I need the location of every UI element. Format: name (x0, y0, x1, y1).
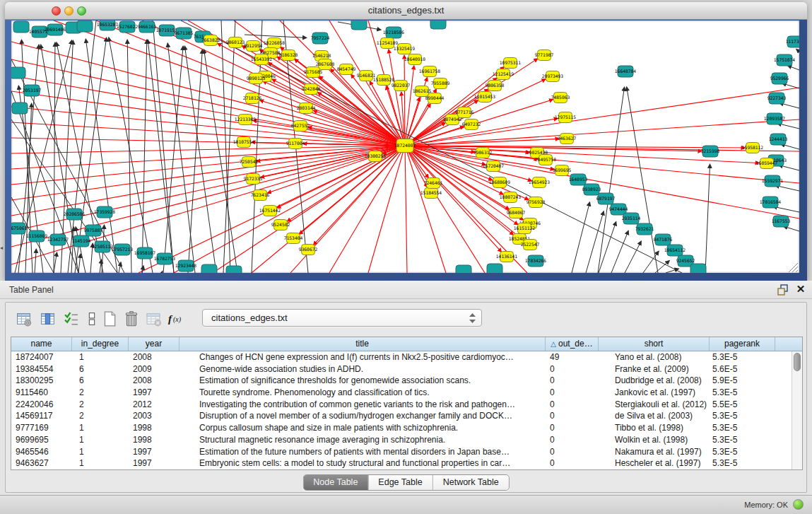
network-node[interactable]: 8990444 (425, 93, 445, 104)
network-node[interactable]: 15592971 (762, 175, 784, 187)
column-header-out_de[interactable]: △out_de… (546, 337, 599, 351)
network-node[interactable]: 18807243 (500, 192, 522, 203)
network-node[interactable]: 18226058 (264, 38, 286, 49)
column-header-name[interactable]: name (11, 337, 72, 351)
network-node[interactable]: 16648784 (615, 66, 637, 77)
table-row[interactable]: 946362711997Embryonic stem cells: a mode… (11, 457, 792, 469)
table-row[interactable]: 1872400712008Changes of HCN gene express… (11, 351, 792, 363)
network-node[interactable]: 8938923 (582, 184, 601, 195)
tab-edge-table[interactable]: Edge Table (367, 475, 432, 490)
network-node[interactable]: 18107554 (233, 137, 255, 148)
network-node[interactable]: 9117004 (286, 139, 305, 149)
network-node[interactable]: 6497232 (462, 119, 481, 130)
network-node[interactable]: 9524502 (271, 220, 290, 230)
network-node[interactable]: 12125419 (493, 69, 514, 80)
tab-network-table[interactable]: Network Table (433, 475, 509, 490)
network-node[interactable]: 11156869 (26, 230, 48, 242)
network-table-select[interactable]: citations_edges.txt (202, 309, 482, 327)
network-node[interactable]: 9771987 (535, 50, 554, 61)
table-row[interactable]: 2242004622012Investigating the contribut… (11, 399, 792, 411)
network-node[interactable]: 18640910 (404, 54, 426, 65)
network-node[interactable]: 7957224 (311, 33, 330, 44)
network-node[interactable]: 12093587 (764, 113, 786, 124)
memory-status-indicator[interactable] (793, 499, 804, 510)
scrollbar-thumb[interactable] (794, 353, 801, 371)
network-node[interactable]: 1640953 (569, 174, 588, 185)
table-row[interactable]: 1830029562008Estimation of significance … (11, 375, 792, 387)
network-node[interactable]: 16961758 (419, 66, 441, 77)
network-node[interactable]: 7153404 (284, 233, 303, 244)
network-node[interactable] (201, 264, 217, 273)
network-node[interactable]: 9242848 (302, 84, 321, 95)
network-node[interactable]: 15276022 (117, 21, 139, 33)
network-node[interactable] (13, 21, 29, 33)
network-node[interactable]: 20206506 (64, 209, 86, 220)
column-header-year[interactable]: year (129, 337, 180, 351)
table-row[interactable]: 946554611997Estimation of the future num… (11, 446, 792, 458)
network-node[interactable]: 1117384 (786, 36, 799, 47)
network-node[interactable]: 7485063 (551, 93, 570, 103)
network-graph[interactable]: 1405571720691406106532871527602294661611… (11, 21, 799, 273)
row-height-icon[interactable] (82, 309, 102, 329)
network-node[interactable]: 2053197 (23, 85, 42, 96)
network-node[interactable]: 12505113 (92, 241, 114, 252)
network-node[interactable]: 20973493 (542, 71, 564, 82)
network-node[interactable]: 8186328 (279, 50, 298, 61)
network-node[interactable]: 19654923 (529, 177, 551, 188)
network-node[interactable] (226, 266, 242, 273)
network-window-titlebar[interactable]: citations_edges.txt (5, 2, 807, 20)
table-vertical-scrollbar[interactable] (792, 351, 802, 469)
network-node[interactable]: 9466161 (138, 21, 157, 33)
create-column-icon[interactable] (100, 309, 119, 329)
network-node[interactable]: 14136141 (496, 252, 518, 262)
network-node[interactable]: 12342757 (47, 234, 69, 245)
table-row[interactable]: 911546021997Tourette syndrome. Phenomeno… (11, 387, 792, 399)
network-node[interactable]: 9227343 (767, 93, 787, 104)
resize-handle-icon[interactable] (789, 263, 798, 272)
column-header-short[interactable]: short (599, 337, 710, 351)
table-mode-icon[interactable] (14, 309, 34, 329)
table-row[interactable]: 1938455462009Genome-wide association stu… (11, 363, 792, 375)
network-node[interactable]: 9822037 (392, 81, 411, 91)
network-node[interactable]: 8454749 (337, 64, 356, 75)
network-node[interactable]: 6879197 (596, 193, 616, 204)
network-node[interactable]: 1167553 (772, 216, 791, 227)
function-builder-icon[interactable]: f(x) (167, 309, 187, 329)
delete-column-icon[interactable] (122, 309, 141, 329)
network-node[interactable]: 12923448 (175, 260, 197, 271)
network-node[interactable]: 2803144 (297, 103, 316, 114)
network-node[interactable]: 17957213 (112, 244, 134, 255)
network-node[interactable]: 9671385 (175, 28, 194, 39)
table-row[interactable]: 969969511998Structural magnetic resonanc… (11, 434, 792, 446)
select-rows-icon[interactable] (61, 309, 81, 329)
network-node[interactable]: 9529966 (770, 73, 789, 84)
network-node[interactable]: 19218506 (383, 27, 405, 38)
network-node[interactable]: 3215998 (701, 146, 720, 157)
network-node[interactable]: 10653287 (97, 21, 119, 30)
network-node[interactable]: 15184554 (420, 188, 442, 199)
network-node[interactable]: 1244413 (769, 134, 788, 145)
close-panel-icon[interactable]: ✕ (795, 283, 806, 296)
network-node[interactable]: 17016504 (760, 197, 782, 208)
network-node[interactable]: 8471876 (654, 234, 673, 245)
network-node[interactable]: 20691406 (45, 24, 66, 35)
network-node[interactable]: 16720407 (483, 161, 505, 172)
network-node[interactable]: 9463627 (558, 134, 577, 144)
network-node[interactable] (11, 67, 25, 78)
network-node[interactable]: 16751442 (259, 206, 281, 216)
network-node[interactable]: 8912954 (244, 41, 263, 52)
network-node[interactable]: 9684067 (507, 208, 526, 218)
network-node[interactable] (430, 21, 446, 29)
network-node[interactable]: 10975311 (500, 58, 522, 69)
table-row[interactable]: 977716911998Corpus callosum shape and si… (11, 422, 792, 434)
network-node[interactable]: 10654112 (664, 245, 686, 256)
network-node[interactable] (351, 21, 367, 30)
network-node[interactable]: 9360672 (299, 245, 318, 255)
network-node[interactable] (690, 264, 706, 273)
network-node[interactable] (77, 21, 93, 32)
table-row[interactable]: 1456911722003Disruption of a novel membe… (11, 410, 792, 422)
network-node[interactable]: 16958107 (134, 247, 156, 259)
network-node[interactable]: 9771716 (455, 107, 474, 118)
network-node[interactable]: 2935114 (622, 213, 641, 224)
network-node[interactable]: 2522547 (521, 240, 540, 250)
